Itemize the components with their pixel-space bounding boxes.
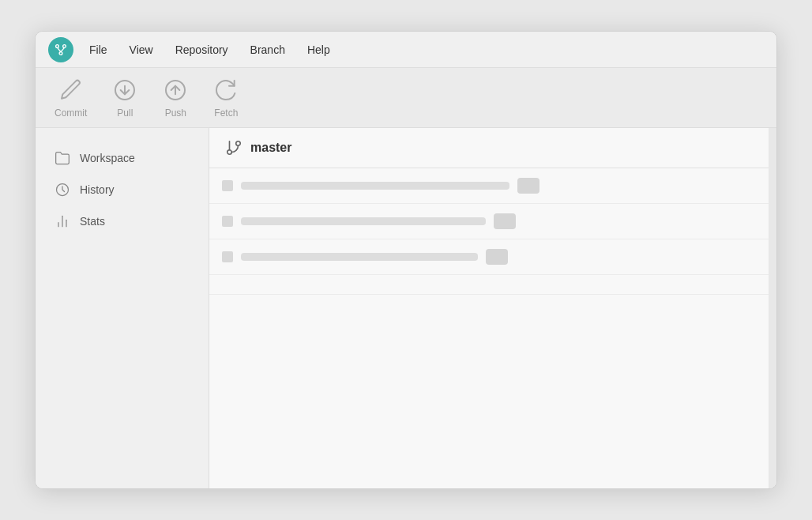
skeleton-bar	[241, 253, 478, 261]
commit-row	[209, 168, 769, 204]
workspace-label: Workspace	[80, 152, 135, 164]
arrow-up-circle-icon	[163, 77, 188, 103]
svg-point-15	[227, 150, 232, 155]
sidebar: Workspace History Stats	[36, 128, 209, 488]
menu-bar: File View Repository Branch Help	[36, 32, 776, 68]
push-button[interactable]: Push	[163, 77, 188, 119]
toolbar: Commit Pull Push Fetch	[36, 68, 776, 128]
bar-chart-icon	[55, 213, 70, 229]
svg-point-0	[56, 44, 59, 47]
skeleton-bar	[241, 217, 486, 225]
menu-item-repository[interactable]: Repository	[175, 40, 228, 59]
pull-button[interactable]: Pull	[112, 77, 137, 119]
stats-label: Stats	[80, 215, 105, 228]
sidebar-item-stats[interactable]: Stats	[45, 207, 199, 236]
app-icon	[48, 37, 73, 62]
pencil-icon	[58, 77, 84, 103]
svg-point-1	[63, 44, 66, 47]
svg-line-3	[58, 47, 62, 51]
menu-item-help[interactable]: Help	[307, 40, 330, 59]
scrollbar-track[interactable]	[769, 128, 776, 488]
commit-row	[209, 204, 769, 239]
refresh-icon	[213, 77, 239, 103]
commit-list[interactable]	[209, 168, 769, 488]
svg-point-2	[59, 51, 62, 55]
sidebar-item-workspace[interactable]: Workspace	[45, 144, 199, 172]
content-area: master	[209, 128, 769, 488]
skeleton-bar	[241, 182, 509, 190]
branch-icon	[225, 139, 242, 156]
content-with-scrollbar: master	[209, 128, 776, 488]
menu-item-view[interactable]: View	[130, 40, 153, 59]
skeleton-square	[222, 216, 233, 227]
pull-label: Pull	[117, 107, 133, 119]
skeleton-square	[222, 180, 233, 191]
branch-header: master	[209, 128, 769, 168]
branch-name: master	[250, 141, 291, 155]
menu-items: File View Repository Branch Help	[89, 40, 330, 59]
skeleton-square	[222, 251, 233, 262]
push-label: Push	[165, 107, 186, 119]
history-label: History	[80, 183, 115, 196]
skeleton-badge	[517, 178, 539, 194]
commit-label: Commit	[55, 107, 87, 119]
commit-row	[209, 239, 769, 275]
main-content: Workspace History Stats	[36, 128, 776, 488]
fetch-label: Fetch	[214, 107, 238, 119]
clock-icon	[55, 182, 70, 198]
folder-icon	[55, 150, 70, 166]
svg-line-4	[61, 47, 65, 51]
commit-row-empty	[209, 275, 769, 295]
commit-button[interactable]: Commit	[55, 77, 87, 119]
app-window: File View Repository Branch Help Commit …	[35, 31, 777, 489]
menu-item-file[interactable]: File	[89, 40, 107, 59]
menu-item-branch[interactable]: Branch	[250, 40, 285, 59]
skeleton-badge	[486, 249, 508, 265]
sidebar-item-history[interactable]: History	[45, 175, 199, 204]
fetch-button[interactable]: Fetch	[213, 77, 239, 119]
skeleton-badge	[494, 213, 516, 229]
arrow-down-circle-icon	[112, 77, 137, 103]
